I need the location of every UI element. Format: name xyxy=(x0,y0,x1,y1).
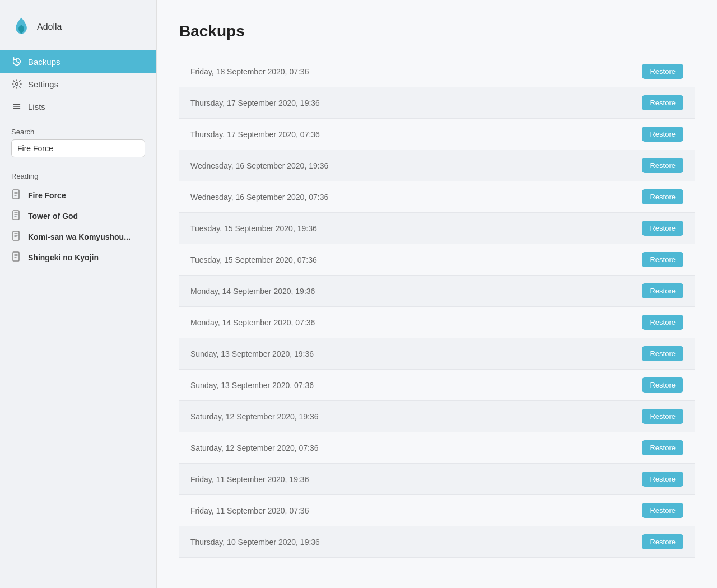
restore-button[interactable]: Restore xyxy=(642,377,683,393)
svg-rect-8 xyxy=(13,211,19,220)
nav-label-settings: Settings xyxy=(28,80,58,89)
backup-date: Saturday, 12 September 2020, 07:36 xyxy=(190,444,319,452)
nav-label-lists: Lists xyxy=(28,102,45,111)
lists-icon xyxy=(11,101,22,112)
backup-row: Friday, 11 September 2020, 07:36 Restore xyxy=(179,495,695,526)
restore-button[interactable]: Restore xyxy=(642,534,683,549)
restore-button[interactable]: Restore xyxy=(642,409,683,424)
restore-button[interactable]: Restore xyxy=(642,127,683,142)
backup-row: Sunday, 13 September 2020, 19:36 Restore xyxy=(179,338,695,370)
backup-list: Friday, 18 September 2020, 07:36 Restore… xyxy=(179,56,695,558)
restore-button[interactable]: Restore xyxy=(642,440,683,455)
reading-title-fire-force: Fire Force xyxy=(28,191,66,200)
backup-date: Wednesday, 16 September 2020, 07:36 xyxy=(190,193,328,202)
backup-row: Friday, 11 September 2020, 19:36 Restore xyxy=(179,464,695,495)
backup-row: Sunday, 13 September 2020, 07:36 Restore xyxy=(179,370,695,401)
restore-button[interactable]: Restore xyxy=(642,315,683,330)
app-name: Adolla xyxy=(37,22,62,32)
reading-item-shingeki[interactable]: Shingeki no Kyojin xyxy=(11,247,145,268)
backup-date: Monday, 14 September 2020, 19:36 xyxy=(190,287,315,296)
backup-row: Thursday, 10 September 2020, 19:36 Resto… xyxy=(179,526,695,558)
backup-date: Thursday, 17 September 2020, 19:36 xyxy=(190,99,320,108)
backup-row: Thursday, 17 September 2020, 07:36 Resto… xyxy=(179,119,695,150)
reading-title-shingeki: Shingeki no Kyojin xyxy=(28,253,99,262)
reading-item-komi-san[interactable]: Komi-san wa Komyushou... xyxy=(11,226,145,247)
restore-button[interactable]: Restore xyxy=(642,189,683,204)
svg-rect-16 xyxy=(13,252,19,261)
backup-row: Monday, 14 September 2020, 19:36 Restore xyxy=(179,276,695,307)
reading-item-fire-force[interactable]: Fire Force xyxy=(11,185,145,206)
restore-button[interactable]: Restore xyxy=(642,503,683,518)
svg-rect-12 xyxy=(13,231,19,240)
nav-item-lists[interactable]: Lists xyxy=(0,95,156,118)
nav-item-backups[interactable]: Backups xyxy=(0,50,156,73)
backup-date: Friday, 11 September 2020, 07:36 xyxy=(190,506,309,515)
backup-date: Monday, 14 September 2020, 07:36 xyxy=(190,318,315,327)
backup-row: Saturday, 12 September 2020, 19:36 Resto… xyxy=(179,401,695,432)
reading-item-tower-of-god[interactable]: Tower of God xyxy=(11,206,145,226)
nav-item-settings[interactable]: Settings xyxy=(0,73,156,95)
backup-row: Thursday, 17 September 2020, 19:36 Resto… xyxy=(179,87,695,119)
backup-date: Saturday, 12 September 2020, 19:36 xyxy=(190,412,319,421)
restore-button[interactable]: Restore xyxy=(642,221,683,236)
backup-date: Friday, 11 September 2020, 19:36 xyxy=(190,475,309,484)
reading-title-komi-san: Komi-san wa Komyushou... xyxy=(28,232,131,241)
book-icon-fire-force xyxy=(11,189,22,202)
backups-icon xyxy=(11,56,22,67)
book-icon-shingeki xyxy=(11,251,22,264)
search-label: Search xyxy=(11,128,145,136)
backup-row: Tuesday, 15 September 2020, 19:36 Restor… xyxy=(179,213,695,244)
restore-button[interactable]: Restore xyxy=(642,346,683,361)
backup-row: Tuesday, 15 September 2020, 07:36 Restor… xyxy=(179,244,695,276)
nav-items: Backups Settings Lists xyxy=(0,50,156,118)
restore-button[interactable]: Restore xyxy=(642,158,683,173)
backup-row: Wednesday, 16 September 2020, 07:36 Rest… xyxy=(179,181,695,213)
backup-row: Saturday, 12 September 2020, 07:36 Resto… xyxy=(179,432,695,464)
main-content: Backups Friday, 18 September 2020, 07:36… xyxy=(157,0,717,588)
restore-button[interactable]: Restore xyxy=(642,64,683,79)
backup-date: Sunday, 13 September 2020, 19:36 xyxy=(190,349,314,358)
reading-label: Reading xyxy=(11,172,145,180)
backup-row: Friday, 18 September 2020, 07:36 Restore xyxy=(179,56,695,87)
backup-date: Wednesday, 16 September 2020, 19:36 xyxy=(190,161,328,170)
backup-date: Sunday, 13 September 2020, 07:36 xyxy=(190,381,314,390)
nav-label-backups: Backups xyxy=(28,57,60,67)
restore-button[interactable]: Restore xyxy=(642,95,683,110)
backup-date: Thursday, 17 September 2020, 07:36 xyxy=(190,130,320,139)
restore-button[interactable]: Restore xyxy=(642,252,683,267)
backup-date: Friday, 18 September 2020, 07:36 xyxy=(190,67,309,76)
reading-title-tower-of-god: Tower of God xyxy=(28,212,78,221)
svg-point-0 xyxy=(16,83,18,86)
backup-row: Monday, 14 September 2020, 07:36 Restore xyxy=(179,307,695,338)
search-section: Search xyxy=(0,118,156,162)
sidebar: Adolla Backups Settings Lists Search xyxy=(0,0,157,588)
settings-icon xyxy=(11,78,22,90)
app-logo-area: Adolla xyxy=(0,11,156,50)
book-icon-komi-san xyxy=(11,230,22,243)
restore-button[interactable]: Restore xyxy=(642,472,683,487)
search-input[interactable] xyxy=(11,139,145,157)
backup-date: Tuesday, 15 September 2020, 19:36 xyxy=(190,224,317,233)
reading-section: Reading Fire Force Tower of God Komi-san… xyxy=(0,162,156,272)
page-title: Backups xyxy=(179,22,695,40)
app-logo-icon xyxy=(11,17,31,37)
svg-rect-4 xyxy=(13,190,19,199)
backup-row: Wednesday, 16 September 2020, 19:36 Rest… xyxy=(179,150,695,181)
backup-date: Tuesday, 15 September 2020, 07:36 xyxy=(190,255,317,264)
reading-items: Fire Force Tower of God Komi-san wa Komy… xyxy=(11,185,145,268)
book-icon-tower-of-god xyxy=(11,209,22,222)
restore-button[interactable]: Restore xyxy=(642,283,683,298)
backup-date: Thursday, 10 September 2020, 19:36 xyxy=(190,538,320,547)
